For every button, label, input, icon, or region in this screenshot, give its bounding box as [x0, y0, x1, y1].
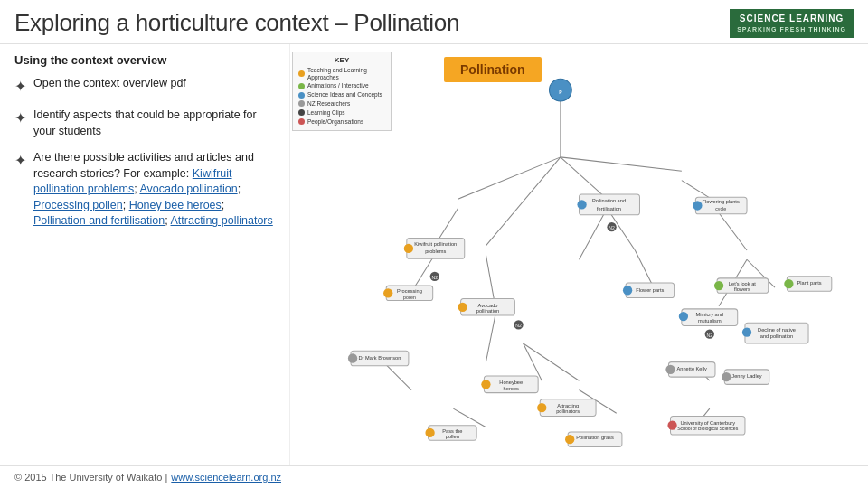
svg-text:pollen: pollen	[403, 294, 416, 299]
svg-point-35	[623, 286, 632, 295]
content-area: Using the context overview ✦ Open the co…	[0, 44, 868, 465]
concept-map-svg: P Pollination and fertilisation Flowerin…	[290, 44, 868, 465]
svg-text:Processing: Processing	[397, 288, 422, 294]
svg-text:Decline of native: Decline of native	[758, 326, 796, 332]
svg-point-51	[481, 380, 490, 389]
page: Exploring a horticulture context – Polli…	[0, 0, 868, 488]
logo-line1: SCIENCE LEARNING	[737, 13, 846, 25]
svg-point-80	[348, 353, 357, 362]
svg-text:and pollination: and pollination	[760, 333, 793, 339]
svg-point-55	[537, 403, 546, 412]
svg-point-39	[404, 244, 413, 253]
svg-text:School of Biological Sciences: School of Biological Sciences	[677, 426, 739, 431]
bullet-text-3: Are there possible activities and articl…	[33, 150, 275, 230]
svg-text:Kiwifruit pollination: Kiwifruit pollination	[414, 241, 457, 247]
svg-point-28	[577, 200, 586, 209]
svg-line-2	[561, 157, 608, 199]
svg-point-74	[714, 281, 723, 290]
svg-line-8	[719, 213, 747, 250]
svg-text:Flower parts: Flower parts	[636, 287, 664, 293]
svg-line-14	[486, 315, 495, 362]
svg-point-70	[742, 327, 751, 336]
svg-line-18	[453, 408, 486, 427]
svg-text:Attracting: Attracting	[557, 403, 579, 408]
svg-line-1	[458, 157, 561, 199]
footer-link[interactable]: www.sciencelearn.org.nz	[171, 472, 281, 483]
svg-line-22	[635, 250, 654, 287]
svg-text:P: P	[559, 89, 562, 95]
svg-line-3	[561, 157, 682, 171]
svg-point-62	[425, 428, 434, 437]
svg-text:Avocado: Avocado	[478, 303, 498, 308]
left-panel: Using the context overview ✦ Open the co…	[0, 44, 289, 465]
link-processing[interactable]: Processing pollen	[33, 199, 123, 211]
svg-text:heroes: heroes	[504, 385, 519, 390]
bullet-icon-2: ✦	[14, 108, 26, 128]
section-title: Using the context overview	[14, 53, 275, 67]
svg-line-6	[580, 208, 608, 259]
svg-text:N2: N2	[707, 333, 713, 338]
bullet-text-1: Open the context overview pdf	[33, 76, 275, 92]
header: Exploring a horticulture context – Polli…	[0, 0, 868, 44]
logo-line2: SPARKING FRESH THINKING	[737, 25, 846, 34]
svg-text:Pollination and: Pollination and	[592, 198, 626, 203]
svg-text:Pass the: Pass the	[442, 428, 462, 434]
svg-point-77	[784, 279, 793, 288]
svg-text:N2: N2	[515, 323, 522, 328]
svg-text:Plant parts: Plant parts	[797, 280, 822, 286]
bullet-item-3: ✦ Are there possible activities and arti…	[14, 150, 275, 230]
svg-line-15	[524, 343, 542, 380]
bullet-icon-3: ✦	[14, 151, 26, 171]
bullet-item-2: ✦ Identify aspects that could be appropr…	[14, 108, 275, 139]
svg-line-16	[524, 343, 580, 380]
svg-text:pollination: pollination	[476, 308, 499, 314]
link-honeybee[interactable]: Honey bee heroes	[129, 199, 222, 211]
svg-point-47	[383, 288, 392, 297]
svg-text:Let's look at: Let's look at	[729, 281, 756, 286]
svg-text:Pollination grass: Pollination grass	[576, 435, 614, 440]
link-pollination-fert[interactable]: Pollination and fertilisation	[33, 214, 165, 227]
footer: © 2015 The University of Waikato | www.s…	[0, 465, 868, 488]
diagram-container: Pollination KEY Teaching and Learning Ap…	[290, 44, 868, 465]
svg-text:pollen: pollen	[446, 434, 459, 439]
bullet-item-1: ✦ Open the context overview pdf	[14, 76, 275, 97]
footer-copyright: © 2015 The University of Waikato |	[14, 472, 167, 483]
svg-text:Jenny Ladley: Jenny Ladley	[731, 373, 762, 379]
svg-point-86	[722, 372, 731, 381]
link-attracting[interactable]: Attracting pollinators	[171, 214, 273, 227]
svg-point-58	[565, 435, 574, 444]
svg-text:Annette Kelly: Annette Kelly	[677, 366, 708, 371]
bullet-icon-1: ✦	[14, 77, 26, 97]
logo: SCIENCE LEARNING SPARKING FRESH THINKING	[730, 9, 854, 38]
svg-text:fertilisation: fertilisation	[597, 205, 621, 211]
svg-text:Mimicry and: Mimicry and	[696, 312, 724, 317]
svg-point-43	[458, 302, 467, 311]
svg-text:Honeybee: Honeybee	[499, 380, 523, 385]
svg-text:problems: problems	[425, 249, 446, 254]
right-panel: Pollination KEY Teaching and Learning Ap…	[289, 44, 868, 465]
link-avocado[interactable]: Avocado pollination	[139, 183, 237, 195]
svg-text:cycle: cycle	[715, 205, 726, 211]
svg-text:pollinators: pollinators	[556, 408, 580, 414]
svg-text:mutualism: mutualism	[698, 318, 722, 324]
svg-text:N2: N2	[431, 275, 438, 280]
bullet-text-2: Identify aspects that could be appropria…	[33, 108, 275, 139]
svg-point-32	[693, 201, 702, 210]
svg-text:Dr Mark Brownson: Dr Mark Brownson	[359, 354, 401, 360]
svg-point-83	[665, 365, 675, 374]
page-title: Exploring a horticulture context – Polli…	[14, 9, 459, 37]
svg-line-4	[486, 157, 560, 246]
svg-point-90	[667, 420, 676, 429]
svg-point-66	[679, 312, 688, 321]
svg-text:University of Canterbury: University of Canterbury	[680, 419, 735, 425]
svg-text:N2: N2	[609, 225, 615, 230]
svg-text:flowers: flowers	[734, 286, 750, 292]
svg-text:Flowering plants: Flowering plants	[703, 199, 740, 204]
